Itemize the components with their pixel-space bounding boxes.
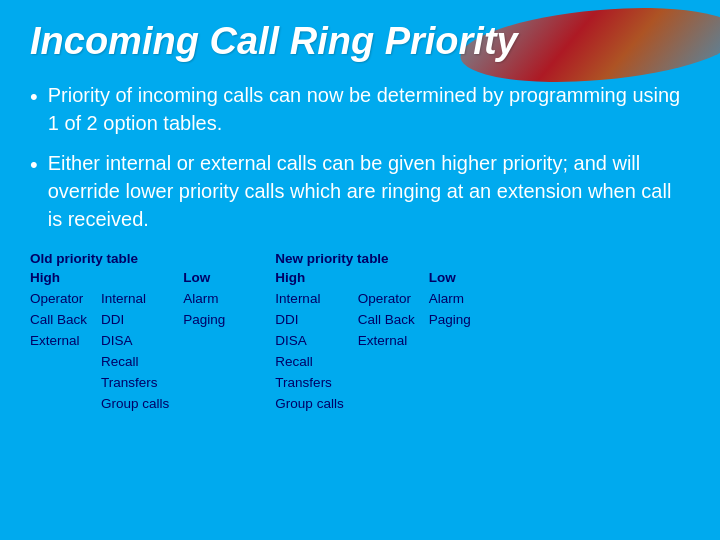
new-high-col1-0: Internal xyxy=(275,289,343,310)
bullet-dot-1: • xyxy=(30,82,38,113)
old-table-title: Old priority table xyxy=(30,251,225,266)
old-low-2 xyxy=(183,331,225,352)
new-table-title: New priority table xyxy=(275,251,470,266)
slide: Incoming Call Ring Priority • Priority o… xyxy=(0,0,720,540)
old-high-col1-5 xyxy=(30,394,87,415)
bullet-dot-2: • xyxy=(30,150,38,181)
new-low-header: Low xyxy=(429,268,471,289)
new-high-col2-2: External xyxy=(358,331,415,352)
old-high-col2-0: Internal xyxy=(101,289,169,310)
new-high-col1-2: DISA xyxy=(275,331,343,352)
old-high-col2-5: Group calls xyxy=(101,394,169,415)
old-high-col2-3: Recall xyxy=(101,352,169,373)
bullet-text-1: Priority of incoming calls can now be de… xyxy=(48,81,690,137)
old-high-col2-4: Transfers xyxy=(101,373,169,394)
new-high-col1-4: Transfers xyxy=(275,373,343,394)
old-low-header: Low xyxy=(183,268,225,289)
new-high-col2-3 xyxy=(358,352,415,373)
old-high-col1-3 xyxy=(30,352,87,373)
new-high-col1-5: Group calls xyxy=(275,394,343,415)
old-high-header: High xyxy=(30,268,87,289)
old-table-grid: High Low Operator Internal Alarm Call Ba… xyxy=(30,268,225,414)
old-low-0: Alarm xyxy=(183,289,225,310)
new-table-grid: High Low Internal Operator Alarm DDI Cal… xyxy=(275,268,470,414)
new-high-header: High xyxy=(275,268,343,289)
bullet-list: • Priority of incoming calls can now be … xyxy=(30,81,690,233)
new-high-col1-3: Recall xyxy=(275,352,343,373)
new-col2-spacer xyxy=(358,268,415,289)
old-high-col2-1: DDI xyxy=(101,310,169,331)
new-high-col2-1: Call Back xyxy=(358,310,415,331)
old-high-col1-0: Operator xyxy=(30,289,87,310)
new-high-col2-0: Operator xyxy=(358,289,415,310)
old-priority-table: Old priority table High Low Operator Int… xyxy=(30,251,225,414)
new-low-0: Alarm xyxy=(429,289,471,310)
old-high-col1-2: External xyxy=(30,331,87,352)
old-high-col1-1: Call Back xyxy=(30,310,87,331)
old-low-3 xyxy=(183,352,225,373)
new-low-3 xyxy=(429,352,471,373)
bullet-text-2: Either internal or external calls can be… xyxy=(48,149,690,233)
slide-title: Incoming Call Ring Priority xyxy=(30,20,690,63)
bullet-item-1: • Priority of incoming calls can now be … xyxy=(30,81,690,137)
new-low-4 xyxy=(429,373,471,394)
new-low-5 xyxy=(429,394,471,415)
new-high-col1-1: DDI xyxy=(275,310,343,331)
old-low-5 xyxy=(183,394,225,415)
new-high-col2-5 xyxy=(358,394,415,415)
priority-tables: Old priority table High Low Operator Int… xyxy=(30,251,690,414)
new-priority-table: New priority table High Low Internal Ope… xyxy=(275,251,470,414)
bullet-item-2: • Either internal or external calls can … xyxy=(30,149,690,233)
old-high-col2-2: DISA xyxy=(101,331,169,352)
new-low-1: Paging xyxy=(429,310,471,331)
old-low-1: Paging xyxy=(183,310,225,331)
old-low-4 xyxy=(183,373,225,394)
new-high-col2-4 xyxy=(358,373,415,394)
new-low-2 xyxy=(429,331,471,352)
old-col2-spacer xyxy=(101,268,169,289)
old-high-col1-4 xyxy=(30,373,87,394)
